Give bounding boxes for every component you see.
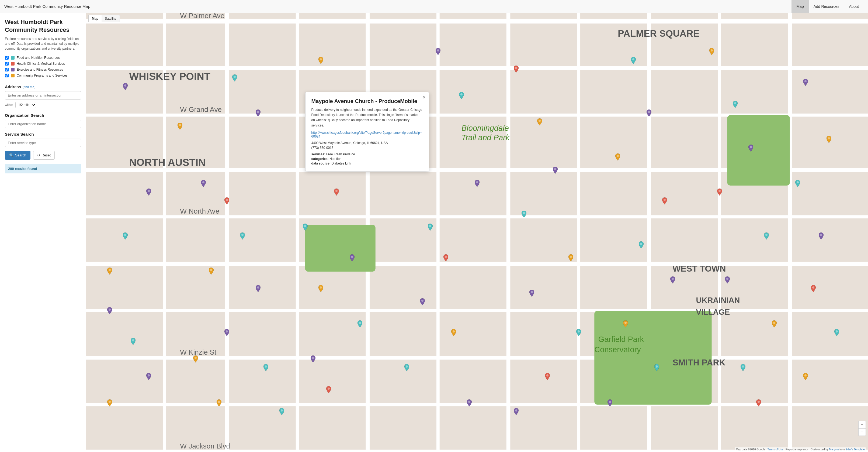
map-pin[interactable] [178, 123, 182, 131]
reset-button[interactable]: ↺ Reset [33, 151, 55, 160]
svg-point-55 [234, 76, 236, 78]
find-me-link[interactable]: (find me) [23, 85, 35, 89]
map-pin[interactable] [467, 399, 472, 407]
popup-close[interactable]: × [423, 95, 426, 100]
map-pin[interactable] [459, 92, 464, 100]
nav-map[interactable]: Map [792, 0, 808, 13]
map-pin[interactable] [654, 364, 659, 372]
map-pin[interactable] [451, 329, 456, 337]
terms-link[interactable]: Terms of Use [768, 448, 783, 451]
map-pin[interactable] [733, 101, 738, 109]
map-pin[interactable] [436, 48, 440, 56]
map-pin[interactable] [803, 373, 808, 381]
map-pin[interactable] [803, 79, 808, 87]
search-button[interactable]: 🔍 Search [5, 151, 30, 160]
map-pin[interactable] [827, 136, 831, 144]
map-pin[interactable] [639, 242, 644, 249]
map-pin[interactable] [795, 180, 800, 188]
org-search-input[interactable] [5, 120, 81, 128]
map-pin[interactable] [537, 118, 542, 126]
map-pin[interactable] [428, 224, 433, 231]
map-pin[interactable] [350, 254, 354, 262]
map-pin[interactable] [107, 399, 112, 407]
within-select[interactable]: 1/4 mile 1/2 mile 1 mile 2 miles 5 miles [16, 102, 36, 108]
map-pin[interactable] [475, 180, 479, 188]
address-input[interactable] [5, 91, 81, 100]
map-pin[interactable] [748, 145, 753, 152]
popup-categories: categories: Nutrition [311, 157, 423, 161]
map-pin[interactable] [107, 307, 112, 315]
map-pin[interactable] [311, 356, 315, 363]
map-pin[interactable] [224, 329, 229, 337]
filter-food-checkbox[interactable] [5, 56, 9, 60]
map-pin[interactable] [623, 320, 628, 328]
filter-health-checkbox[interactable] [5, 62, 9, 65]
map-pin[interactable] [514, 65, 519, 73]
map-pin[interactable] [647, 110, 651, 117]
map-pin[interactable] [224, 197, 229, 205]
map-pin[interactable] [318, 285, 323, 293]
nav-about[interactable]: About [844, 0, 864, 13]
map-pin[interactable] [608, 399, 612, 407]
map-pin[interactable] [131, 338, 135, 346]
map-pin[interactable] [193, 356, 198, 363]
map-pin[interactable] [764, 232, 769, 240]
zoom-out-button[interactable]: − [859, 428, 866, 435]
map-pin[interactable] [279, 408, 284, 416]
map-pin[interactable] [615, 153, 620, 161]
filter-exercise-checkbox[interactable] [5, 68, 9, 72]
map-pin[interactable] [717, 189, 722, 196]
map-type-satellite[interactable]: Satellite [101, 16, 120, 22]
map-pin[interactable] [811, 285, 816, 293]
map-pin[interactable] [146, 189, 151, 196]
map-pin[interactable] [522, 210, 526, 219]
map-pin[interactable] [303, 224, 308, 231]
service-search-input[interactable] [5, 139, 81, 147]
map-pin[interactable] [318, 57, 323, 65]
map-pin[interactable] [232, 75, 237, 82]
map-pin[interactable] [256, 110, 260, 117]
map-pin[interactable] [240, 232, 245, 240]
map-pin[interactable] [545, 373, 550, 381]
svg-point-119 [836, 330, 838, 333]
map-pin[interactable] [756, 399, 761, 407]
map-pin[interactable] [256, 285, 260, 293]
map-pin[interactable] [217, 399, 221, 407]
marynia-link[interactable]: Marynia [829, 448, 839, 451]
map-pin[interactable] [709, 48, 714, 56]
nav-add-resources[interactable]: Add Resources [809, 0, 844, 13]
map-pin[interactable] [741, 364, 745, 372]
map-pin[interactable] [553, 167, 558, 174]
map-pin[interactable] [107, 267, 112, 275]
map-pin[interactable] [358, 320, 362, 328]
map-pin[interactable] [529, 290, 534, 298]
map-pin[interactable] [772, 320, 777, 328]
map-pin[interactable] [514, 408, 519, 416]
map-pin[interactable] [264, 364, 268, 372]
map-pin[interactable] [326, 386, 331, 394]
map-pin[interactable] [334, 189, 339, 196]
map-pin[interactable] [819, 232, 824, 240]
map-pin[interactable] [725, 277, 730, 284]
map-pin[interactable] [123, 83, 128, 91]
map-pin[interactable] [420, 298, 425, 306]
map-type-map[interactable]: Map [89, 16, 101, 22]
map-pin[interactable] [146, 373, 151, 381]
map-pin[interactable] [631, 57, 636, 65]
svg-point-92 [531, 291, 533, 293]
map-pin[interactable] [201, 180, 206, 188]
map-pin[interactable] [670, 277, 675, 284]
popup-link[interactable]: http://www.chicagosfoodbank.org/site/Pag… [311, 131, 423, 138]
map-area[interactable]: Map Satellite [86, 13, 868, 452]
template-link[interactable]: Eder's Template [846, 448, 865, 451]
map-pin[interactable] [568, 254, 573, 262]
map-pin[interactable] [662, 197, 667, 205]
map-pin[interactable] [404, 364, 409, 372]
map-pin[interactable] [443, 254, 448, 262]
zoom-in-button[interactable]: + [859, 421, 866, 428]
map-pin[interactable] [123, 232, 128, 240]
map-pin[interactable] [834, 329, 839, 337]
filter-community-checkbox[interactable] [5, 74, 9, 77]
map-pin[interactable] [576, 329, 581, 337]
map-pin[interactable] [209, 267, 214, 275]
